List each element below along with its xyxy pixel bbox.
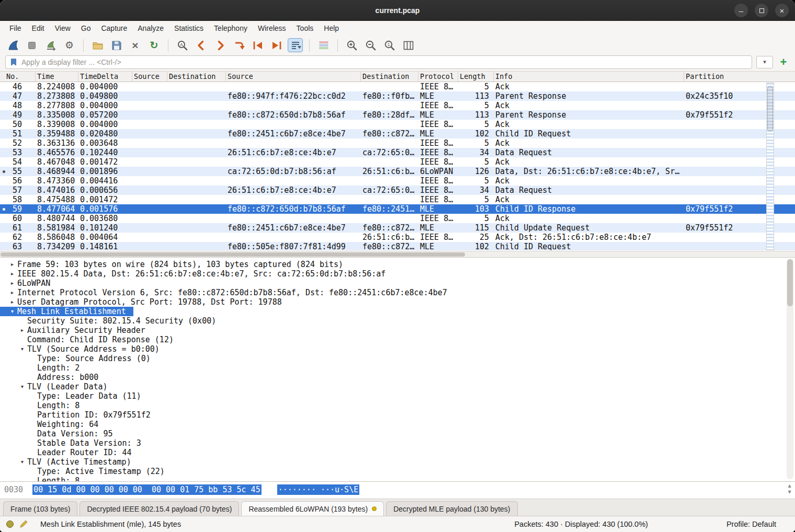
column-header-partition[interactable]: Partition [684,72,795,82]
packet-row[interactable]: 568.4733600.004416IEEE 8…5Ack [0,176,795,186]
column-header-destination[interactable]: Destination [167,72,226,82]
display-filter-field[interactable] [5,55,752,69]
capture-options-icon[interactable]: ⚙ [62,38,77,52]
expander-collapsed-icon[interactable]: ▸ [7,297,17,307]
column-header-destination[interactable]: Destination [361,72,418,82]
first-packet-icon[interactable] [250,38,265,52]
detail-line[interactable]: Data Version: 95 [0,429,113,438]
packet-row[interactable]: 498.3350080.057200fe80::c872:650d:b7b8:5… [0,110,795,120]
save-file-icon[interactable] [109,38,124,52]
column-header-info[interactable]: Info [494,72,684,82]
add-filter-button[interactable]: + [777,56,790,68]
packet-row[interactable]: 558.4689440.001896ca:72:65:0d:b7:b8:56:a… [0,167,795,176]
menu-help[interactable]: Help [319,22,344,34]
go-forward-icon[interactable] [212,38,228,52]
go-to-packet-icon[interactable] [231,38,246,52]
detail-line[interactable]: Type: Active Timestamp (22) [0,467,165,476]
menu-analyze[interactable]: Analyze [132,22,169,34]
bytes-tab[interactable]: Decrypted MLE payload (130 bytes) [386,501,517,516]
expert-info-icon[interactable] [6,521,14,528]
bytes-tab[interactable]: Decrypted IEEE 802.15.4 payload (70 byte… [80,501,239,516]
expander-expanded-icon[interactable]: ▾ [17,457,27,467]
last-packet-icon[interactable] [269,38,284,52]
menu-file[interactable]: File [4,22,27,34]
detail-line[interactable]: Partition ID: 0x79f551f2 [0,410,151,420]
detail-line[interactable]: Command: Child ID Response (12) [0,335,174,344]
filter-bookmark-icon[interactable] [9,57,18,67]
expander-expanded-icon[interactable]: ▾ [17,344,27,354]
open-file-icon[interactable] [90,38,105,52]
column-header-source[interactable]: Source [226,72,361,82]
detail-line[interactable]: ▾TLV (Source Address = b0:00) [0,344,160,354]
scroll-down-icon[interactable]: ▼ [788,490,791,494]
details-scrollbar[interactable] [787,259,793,479]
colorize-icon[interactable] [316,38,331,52]
menu-tools[interactable]: Tools [291,22,319,34]
packet-row[interactable]: 608.4807440.003680IEEE 8…5Ack [0,214,795,223]
detail-line[interactable]: Security Suite: 802.15.4 Security (0x00) [0,316,216,326]
column-header-protocol[interactable]: Protocol [418,72,458,82]
menu-statistics[interactable]: Statistics [169,22,209,34]
detail-line[interactable]: Weighting: 64 [0,420,98,429]
packet-row[interactable]: 528.3631360.003648IEEE 8…5Ack [0,138,795,148]
zoom-out-icon[interactable] [363,38,378,52]
detail-line[interactable]: ▸User Datagram Protocol, Src Port: 19788… [0,297,282,307]
hex-bytes-selected[interactable]: 00 15 0d 00 00 00 00 00 00 00 01 75 bb 5… [32,484,261,495]
column-header-length[interactable]: Length [458,72,494,82]
capture-comment-icon[interactable] [19,520,28,529]
detail-line[interactable]: Leader Router ID: 44 [0,448,132,457]
menu-wireless[interactable]: Wireless [253,22,291,34]
packet-row[interactable]: 598.4770640.001576fe80::c872:650d:b7b8:5… [0,204,795,214]
detail-line[interactable]: ▸Internet Protocol Version 6, Src: fe80:… [0,288,447,297]
packet-row[interactable]: 638.7342090.148161fe80::505e:f807:7f81:4… [0,242,795,250]
bytes-tab[interactable]: Reassembled 6LoWPAN (193 bytes) [241,501,384,516]
display-filter-input[interactable] [21,58,748,66]
menu-view[interactable]: View [50,22,76,34]
go-back-icon[interactable] [194,38,209,52]
packet-row[interactable]: 538.4655760.10244026:51:c6:b7:e8:ce:4b:e… [0,148,795,157]
auto-scroll-icon[interactable] [288,38,303,52]
zoom-in-icon[interactable] [344,38,359,52]
expander-collapsed-icon[interactable]: ▸ [7,260,17,269]
column-header-source[interactable]: Source [132,72,167,82]
menu-go[interactable]: Go [76,22,96,34]
filter-history-dropdown[interactable]: ▾ [756,56,773,68]
column-header-timedelta[interactable]: TimeDelta [78,72,132,82]
detail-line[interactable]: ▾TLV (Active Timestamp) [0,457,131,467]
profile-status[interactable]: Profile: Default [726,520,776,528]
detail-line[interactable]: ▸IEEE 802.15.4 Data, Dst: 26:51:c6:b7:e8… [0,269,385,279]
packet-row[interactable]: 518.3594880.020480fe80::2451:c6b7:e8ce:4… [0,129,795,138]
bytes-tab[interactable]: Frame (103 bytes) [3,501,77,516]
minimize-button[interactable]: – [734,4,748,17]
packet-list-scrollbar[interactable] [766,83,774,250]
detail-line[interactable]: ▸Auxiliary Security Header [0,326,145,335]
stop-capture-icon[interactable] [24,38,39,52]
packet-row[interactable]: 508.3390080.004000IEEE 8…5Ack [0,120,795,129]
scroll-up-icon[interactable]: ▲ [788,483,791,488]
detail-line[interactable]: ▸6LoWPAN [0,279,50,288]
detail-line[interactable]: Length: 8 [0,401,80,410]
packet-row[interactable]: 628.5860480.00406426:51:c6:b…IEEE 8…25Ac… [0,233,795,242]
expander-collapsed-icon[interactable]: ▸ [7,269,17,279]
reload-file-icon[interactable]: ↻ [146,38,162,52]
hex-scrollbar[interactable]: ▲▼ [786,483,793,494]
expander-expanded-icon[interactable]: ▾ [17,382,27,391]
zoom-original-icon[interactable]: 1 [382,38,397,52]
hex-ascii-selected[interactable]: ········ ···u·S\E [277,484,360,495]
detail-line[interactable]: Length: 8 [0,476,80,481]
column-header-time[interactable]: Time [36,72,78,82]
packet-row[interactable]: 588.4754880.001472IEEE 8…5Ack [0,195,795,204]
maximize-button[interactable] [755,4,768,17]
menu-edit[interactable]: Edit [27,22,50,34]
packet-row[interactable]: 548.4670480.001472IEEE 8…5Ack [0,157,795,167]
resize-columns-icon[interactable] [401,38,416,52]
packet-row[interactable]: 578.4740160.00065626:51:c6:b7:e8:ce:4b:e… [0,186,795,195]
packet-row[interactable]: 468.2240080.004000IEEE 8…5Ack [0,82,795,91]
detail-line[interactable]: ▸Frame 59: 103 bytes on wire (824 bits),… [0,260,343,269]
expander-collapsed-icon[interactable]: ▸ [7,279,17,288]
menu-capture[interactable]: Capture [96,22,132,34]
detail-line[interactable]: ▾TLV (Leader Data) [0,382,108,391]
find-packet-icon[interactable]: A [175,38,190,52]
column-header-no[interactable]: No. [0,72,36,82]
detail-line[interactable]: Type: Source Address (0) [0,354,151,363]
